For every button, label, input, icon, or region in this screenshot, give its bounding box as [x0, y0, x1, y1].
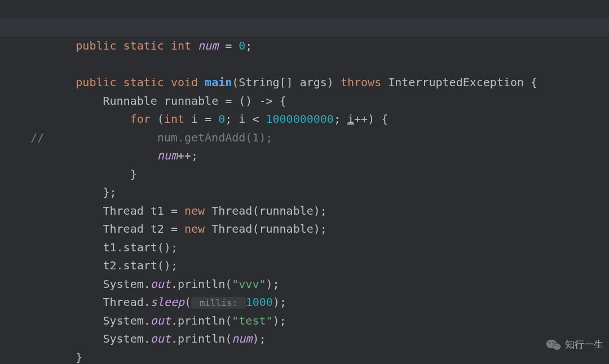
- watermark: 知行一生: [546, 336, 603, 354]
- code-line: System.out.println(num);: [0, 312, 609, 330]
- code-line: Runnable runnable = () -> {: [0, 73, 609, 92]
- code-line: Thread t2 = new Thread(runnable);: [0, 202, 609, 220]
- svg-point-7: [555, 345, 556, 346]
- code-line: num++;: [0, 128, 609, 147]
- code-editor[interactable]: // public static AtomicInteger num = new…: [0, 0, 609, 364]
- watermark-text: 知行一生: [565, 336, 603, 354]
- code-line: }: [0, 147, 609, 165]
- code-line: t2.start();: [0, 238, 609, 257]
- code-line: public static void main(String[] args) t…: [0, 55, 609, 74]
- code-line: Thread.sleep( millis: 1000);: [0, 275, 609, 294]
- code-line: };: [0, 165, 609, 184]
- svg-point-5: [549, 342, 550, 343]
- wechat-icon: [546, 338, 562, 352]
- code-line: for (int i = 0; i < 1000000000; i++) {: [0, 92, 609, 110]
- code-line: t1.start();: [0, 220, 609, 238]
- code-line: }: [0, 330, 609, 348]
- code-text: }: [55, 350, 82, 364]
- svg-point-6: [553, 342, 554, 343]
- code-line: [0, 37, 609, 55]
- code-line-active: public static int num = 0;: [0, 19, 609, 37]
- svg-point-8: [558, 345, 559, 346]
- svg-point-4: [553, 343, 561, 350]
- code-line: System.out.println("vvv");: [0, 256, 609, 275]
- code-line: // public static AtomicInteger num = new…: [0, 0, 609, 19]
- code-line: Thread t1 = new Thread(runnable);: [0, 183, 609, 202]
- code-line: // num.getAndAdd(1);: [0, 110, 609, 128]
- code-line: System.out.println("test");: [0, 293, 609, 312]
